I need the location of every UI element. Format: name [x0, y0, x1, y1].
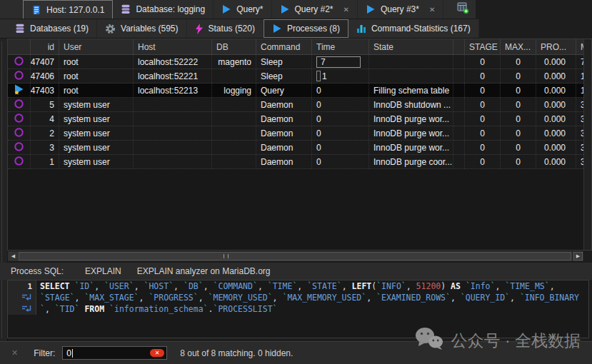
cell-pro[interactable]: 0.000	[536, 141, 576, 154]
horizontal-scrollbar-thumb[interactable]	[19, 252, 571, 261]
cell-host[interactable]: localhost:52222	[134, 55, 212, 69]
cell-pro[interactable]: 0.000	[536, 112, 576, 126]
cell-db[interactable]	[212, 126, 256, 140]
cell-icon[interactable]	[8, 69, 31, 83]
cell-id[interactable]: 3	[31, 141, 59, 154]
column-header-pro[interactable]: PRO...	[536, 39, 576, 54]
session-tab-3[interactable]: Query #2*✕	[272, 0, 358, 19]
cell-time[interactable]: 0	[312, 141, 369, 154]
explain-button[interactable]: EXPLAIN	[85, 266, 121, 276]
process-row[interactable]: 47403rootlocalhost:52213loggingQuery0Fil…	[8, 84, 583, 98]
cell-host[interactable]: localhost:52221	[134, 69, 212, 83]
cell-icon[interactable]	[8, 155, 31, 168]
column-header-id[interactable]: id	[31, 39, 59, 54]
cell-mem[interactable]: 1	[576, 84, 583, 97]
cell-icon[interactable]	[8, 84, 31, 97]
cell-command[interactable]: Daemon	[256, 141, 312, 154]
cell-pro[interactable]: 0.000	[536, 98, 576, 111]
sql-editor[interactable]: 1SELECT `ID`, `USER`, `HOST`, `DB`, `COM…	[7, 280, 589, 338]
cell-db[interactable]	[212, 69, 256, 83]
cell-host[interactable]	[134, 112, 212, 126]
cell-command[interactable]: Daemon	[256, 155, 312, 168]
cell-mem[interactable]: 3	[576, 98, 583, 111]
session-tab-1[interactable]: Database: logging	[113, 0, 214, 19]
cell-stage[interactable]: 0	[465, 98, 501, 111]
session-tab-2[interactable]: Query*	[214, 0, 271, 19]
cell-spacer[interactable]	[453, 69, 465, 83]
cell-icon[interactable]	[8, 112, 31, 126]
cell-max[interactable]: 0	[501, 155, 536, 168]
cell-pro[interactable]: 0.000	[536, 84, 576, 97]
cell-state[interactable]: InnoDB purge coor...	[369, 155, 453, 168]
cell-time[interactable]: 0	[312, 126, 369, 140]
explain-analyzer-link[interactable]: EXPLAIN analyzer on MariaDB.org	[137, 266, 271, 276]
cell-host[interactable]: localhost:52213	[134, 84, 212, 97]
cell-time[interactable]: 0	[312, 112, 369, 126]
cell-id[interactable]: 47407	[31, 55, 59, 69]
cell-db[interactable]	[212, 141, 256, 154]
view-tab-status[interactable]: Status (520)	[187, 19, 264, 38]
cell-command[interactable]: Sleep	[256, 69, 312, 83]
cell-host[interactable]	[134, 141, 212, 154]
cell-max[interactable]: 0	[501, 112, 536, 126]
cell-max[interactable]: 0	[501, 55, 536, 69]
cell-stage[interactable]: 0	[465, 112, 501, 126]
cell-id[interactable]: 4	[31, 112, 59, 126]
cell-max[interactable]: 0	[501, 141, 536, 154]
cell-host[interactable]	[134, 126, 212, 140]
view-tab-command-statistics[interactable]: Command-Statistics (167)	[348, 19, 479, 38]
view-tab-processes[interactable]: Processes (8)	[264, 19, 348, 38]
scroll-right-arrow-icon[interactable]: ▶	[573, 252, 583, 261]
cell-user[interactable]: system user	[59, 98, 134, 111]
cell-stage[interactable]: 0	[465, 84, 501, 97]
cell-icon[interactable]	[8, 141, 31, 154]
cell-command[interactable]: Daemon	[256, 98, 312, 111]
cell-user[interactable]: system user	[59, 155, 134, 168]
clear-filter-icon[interactable]: ✕	[150, 349, 164, 357]
cell-id[interactable]: 5	[31, 98, 59, 111]
process-row[interactable]: 2system userDaemon0InnoDB purge wor...00…	[8, 126, 583, 141]
cell-pro[interactable]: 0.000	[536, 155, 576, 168]
view-tab-variables[interactable]: Variables (595)	[97, 19, 186, 38]
cell-pro[interactable]: 0.000	[536, 55, 576, 69]
column-header-host[interactable]: Host	[134, 39, 212, 54]
cell-mem[interactable]: 3	[576, 126, 583, 140]
cell-stage[interactable]: 0	[465, 155, 501, 168]
cell-time[interactable]: 1	[312, 69, 369, 83]
cell-stage[interactable]: 0	[465, 141, 501, 154]
close-icon[interactable]: ✕	[429, 6, 435, 14]
cell-command[interactable]: Daemon	[256, 112, 312, 126]
view-tab-databases[interactable]: Databases (19)	[7, 19, 97, 38]
cell-command[interactable]: Query	[256, 84, 312, 97]
cell-icon[interactable]	[8, 98, 31, 111]
cell-command[interactable]: Sleep	[256, 55, 312, 69]
cell-mem[interactable]: 3	[576, 141, 583, 154]
new-query-tab-button[interactable]	[451, 0, 476, 19]
column-header-user[interactable]: User	[59, 39, 134, 54]
cell-db[interactable]: magento	[212, 55, 256, 69]
cell-spacer[interactable]	[453, 84, 465, 97]
cell-state[interactable]: InnoDB purge wor...	[369, 141, 453, 154]
horizontal-scrollbar[interactable]: ◀ ▶	[7, 251, 584, 262]
process-row[interactable]: 3system userDaemon0InnoDB purge wor...00…	[8, 141, 583, 155]
column-header-mem[interactable]: M	[576, 39, 583, 54]
cell-host[interactable]	[134, 98, 212, 111]
close-icon[interactable]: ✕	[343, 6, 349, 14]
cell-time[interactable]: 0	[312, 98, 369, 111]
column-header-max[interactable]: MAX...	[501, 39, 536, 54]
session-tab-0[interactable]: Host: 127.0.0.1	[23, 0, 113, 19]
cell-max[interactable]: 0	[501, 126, 536, 140]
cell-host[interactable]	[134, 155, 212, 168]
close-panel-icon[interactable]: ✕	[11, 348, 18, 358]
column-header-stage[interactable]: STAGE	[465, 39, 501, 54]
cell-mem[interactable]: 3	[576, 112, 583, 126]
cell-max[interactable]: 0	[501, 69, 536, 83]
cell-spacer[interactable]	[453, 126, 465, 140]
column-header-command[interactable]: Command	[256, 39, 312, 54]
cell-user[interactable]: system user	[59, 112, 134, 126]
cell-id[interactable]: 47406	[31, 69, 59, 83]
cell-time[interactable]: 7	[312, 55, 369, 69]
cell-pro[interactable]: 0.000	[536, 69, 576, 83]
cell-state[interactable]: InnoDB shutdown ...	[369, 98, 453, 111]
cell-icon[interactable]	[8, 55, 31, 69]
